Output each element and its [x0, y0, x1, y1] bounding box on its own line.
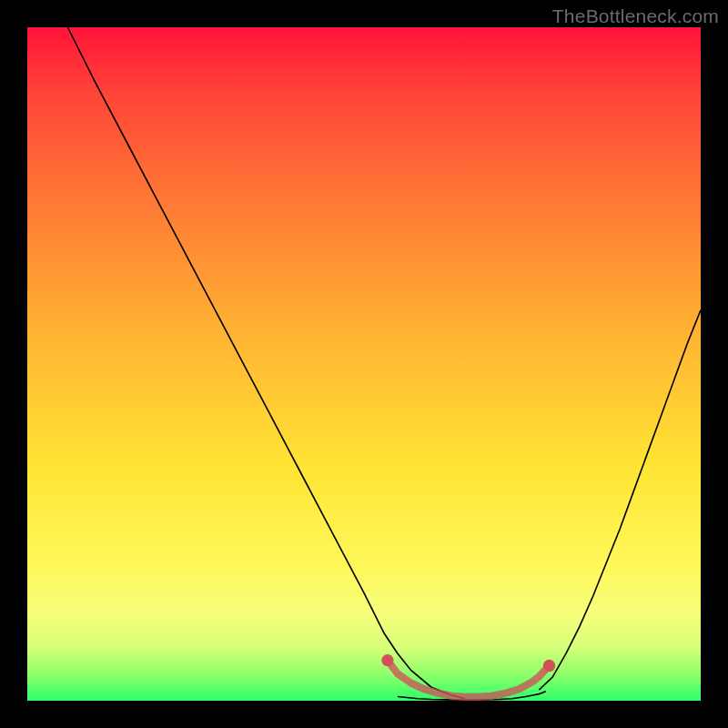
watermark-text: TheBottleneck.com [552, 5, 719, 27]
chart-container: TheBottleneck.com [0, 0, 728, 728]
chart-svg [27, 27, 701, 701]
highlight-endpoint-dots [381, 654, 555, 672]
right-curve [539, 310, 701, 690]
left-curve [67, 27, 465, 699]
highlight-endpoint-dot [543, 660, 555, 672]
highlight-endpoint-dot [381, 654, 393, 666]
highlight-segment [388, 661, 550, 697]
